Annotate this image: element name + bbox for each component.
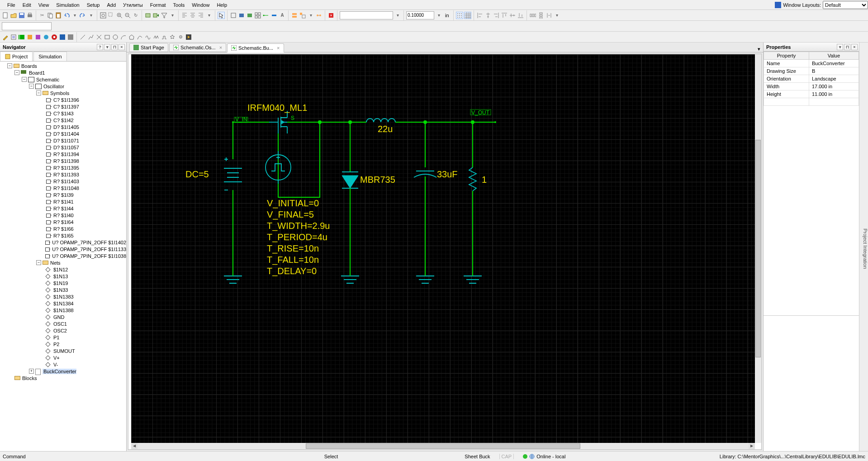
tree-net[interactable]: SUMOUT xyxy=(0,347,126,354)
menu-file[interactable]: File xyxy=(4,1,19,9)
tree-net[interactable]: P2 xyxy=(0,341,126,347)
drc-icon[interactable] xyxy=(327,12,335,19)
tree-net[interactable]: $1N1388 xyxy=(0,307,126,314)
chevron-down-icon[interactable]: ▾ xyxy=(307,12,314,19)
tree-symbol[interactable]: C? $1I1397 xyxy=(0,103,126,110)
tree-net[interactable]: OSC2 xyxy=(0,327,126,334)
grid-spacing-input[interactable] xyxy=(406,11,434,19)
close-icon[interactable]: × xyxy=(851,44,858,50)
save-icon[interactable] xyxy=(18,12,25,19)
tree-net[interactable]: V+ xyxy=(0,354,126,361)
expander-icon[interactable]: − xyxy=(7,63,12,68)
table-row[interactable]: Height11.000 in xyxy=(764,90,859,98)
chevron-down-icon[interactable]: ▾ xyxy=(169,12,176,19)
chevron-down-icon[interactable]: ▾ xyxy=(554,12,561,19)
chevron-down-icon[interactable]: ▾ xyxy=(104,44,110,50)
new-icon[interactable] xyxy=(2,12,9,19)
menu-tools[interactable]: Tools xyxy=(170,1,189,9)
tree-symbol[interactable]: D? $1I1405 xyxy=(0,124,126,130)
spice-icon[interactable] xyxy=(43,33,50,41)
align-h-center-icon[interactable] xyxy=(484,12,492,19)
draw-gear-icon[interactable]: ⚙ xyxy=(177,33,184,41)
package-icon[interactable] xyxy=(144,12,152,19)
schematic-canvas[interactable]: V_IN S xyxy=(131,54,755,443)
table-row[interactable]: NameBuckConverter xyxy=(764,60,859,67)
menu-view[interactable]: View xyxy=(35,1,53,9)
place-text-icon[interactable]: A xyxy=(279,12,286,19)
component-capacitor[interactable] xyxy=(414,171,436,177)
tree-symbol[interactable]: R? $1I1395 xyxy=(0,164,126,171)
tree-nets-folder[interactable]: −Nets xyxy=(0,259,126,266)
tree-net[interactable]: $1N33 xyxy=(0,286,126,293)
component-mosfet[interactable]: S xyxy=(269,111,320,150)
place-array-icon[interactable] xyxy=(254,12,261,19)
tree-symbol[interactable]: R? $1I1394 xyxy=(0,151,126,157)
tab-start-page[interactable]: Start Page xyxy=(129,43,168,52)
tree-buckconverter[interactable]: +BuckConverter xyxy=(0,368,126,375)
tree-board1[interactable]: −Board1 xyxy=(0,69,126,76)
align-v-bottom-icon[interactable] xyxy=(517,12,524,19)
tree-symbol[interactable]: R? $1I1393 xyxy=(0,171,126,178)
tree-symbol[interactable]: U? OPAMP_7PIN_2OFF $1I1402 xyxy=(0,239,126,246)
table-row[interactable]: Drawing SizeB xyxy=(764,67,859,75)
stop-sim-icon[interactable] xyxy=(51,33,58,41)
cut-icon[interactable]: ✂ xyxy=(38,12,46,19)
tree-symbol[interactable]: C? $1I42 xyxy=(0,117,126,124)
scroll-left-icon[interactable]: ◀ xyxy=(131,443,138,449)
draw-star-icon[interactable] xyxy=(169,33,176,41)
tree-symbol[interactable]: R? $1I1048 xyxy=(0,185,126,191)
vhdl-icon[interactable] xyxy=(34,33,42,41)
search-combo[interactable] xyxy=(2,22,52,30)
expander-icon[interactable]: − xyxy=(14,70,19,75)
tab-schematic-oscillator[interactable]: Schematic.Os... × xyxy=(169,43,226,52)
property-icon[interactable] xyxy=(291,12,298,19)
place-net-icon[interactable] xyxy=(262,12,270,19)
run-sim-icon[interactable] xyxy=(18,33,25,41)
align-left-icon[interactable] xyxy=(181,12,188,19)
copy-icon[interactable] xyxy=(47,12,54,19)
menu-add[interactable]: Add xyxy=(103,1,119,9)
print-icon[interactable] xyxy=(26,12,33,19)
paste-icon[interactable] xyxy=(55,12,62,19)
align-center-icon[interactable] xyxy=(189,12,196,19)
pointer-icon[interactable] xyxy=(218,12,225,19)
tree-symbol[interactable]: R? $1I65 xyxy=(0,232,126,239)
menu-help[interactable]: Help xyxy=(213,1,231,9)
place-block-icon[interactable] xyxy=(230,12,237,19)
nav-tab-project[interactable]: Project xyxy=(0,52,33,61)
place-bus-icon[interactable] xyxy=(270,12,278,19)
place-ic-green-icon[interactable] xyxy=(246,12,253,19)
align-v-top-icon[interactable] xyxy=(501,12,508,19)
display-scheme-dropdown[interactable] xyxy=(340,11,393,19)
connectivity-icon[interactable] xyxy=(315,12,323,19)
tree-net[interactable]: $1N12 xyxy=(0,266,126,273)
chevron-down-icon[interactable]: ▾ xyxy=(435,12,442,19)
menu-utilities[interactable]: Утилиты xyxy=(119,1,147,9)
scroll-thumb[interactable] xyxy=(306,443,580,449)
close-icon[interactable]: × xyxy=(277,45,280,51)
draw-polyline-icon[interactable] xyxy=(87,33,95,41)
pin-icon[interactable]: ⊓ xyxy=(844,44,850,50)
verilog-icon[interactable] xyxy=(26,33,33,41)
properties-grid[interactable]: Property Value NameBuckConverter Drawing… xyxy=(764,52,859,106)
tree-net[interactable]: GND xyxy=(0,314,126,320)
component-resistor[interactable] xyxy=(469,167,476,191)
undo-icon[interactable] xyxy=(63,12,70,19)
waves-gray-icon[interactable] xyxy=(67,33,74,41)
col-value[interactable]: Value xyxy=(809,52,859,60)
align-h-left-icon[interactable] xyxy=(476,12,484,19)
draw-cross-icon[interactable] xyxy=(95,33,103,41)
tree-symbol[interactable]: U? OPAMP_7PIN_2OFF $1I1133 xyxy=(0,246,126,252)
open-icon[interactable] xyxy=(10,12,17,19)
draw-rectangle-icon[interactable] xyxy=(104,33,111,41)
refresh-icon[interactable]: ↻ xyxy=(132,12,139,19)
netlist-icon[interactable] xyxy=(10,33,17,41)
nav-tab-simulation[interactable]: Simulation xyxy=(33,52,66,61)
pcb-forward-icon[interactable] xyxy=(152,12,160,19)
close-icon[interactable]: × xyxy=(219,45,222,50)
align-right-icon[interactable] xyxy=(197,12,204,19)
expander-icon[interactable]: − xyxy=(22,77,27,82)
expander-icon[interactable]: − xyxy=(36,260,41,265)
tree-net[interactable]: OSC1 xyxy=(0,320,126,327)
draw-arc-icon[interactable] xyxy=(120,33,127,41)
